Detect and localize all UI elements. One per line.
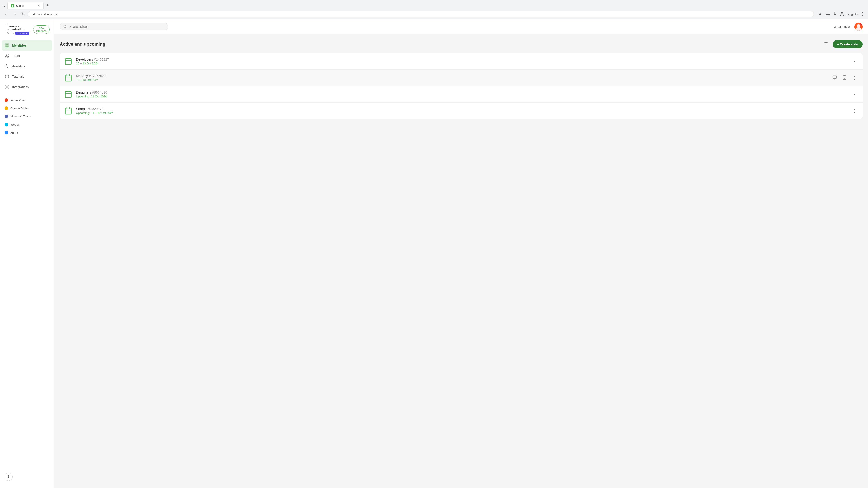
- svg-rect-36: [65, 108, 71, 114]
- desktop-view-button-moodoy[interactable]: [831, 74, 838, 82]
- sidebar-item-label-google-slides: Google Slides: [10, 107, 29, 110]
- reload-button[interactable]: ↻: [20, 11, 26, 18]
- event-actions-developers: ⋮: [851, 58, 858, 65]
- more-options-developers[interactable]: ⋮: [851, 58, 858, 65]
- new-tab-button[interactable]: +: [44, 2, 51, 9]
- svg-point-10: [64, 25, 66, 27]
- content-area: Active and upcoming + Create slido: [54, 34, 868, 488]
- event-item-moodoy[interactable]: Moodoy #37867021 10 – 13 Oct 2024: [60, 70, 863, 86]
- main-area: What's new Active and upcoming: [54, 19, 868, 488]
- event-info-developers: Developers #1480327 10 – 13 Oct 2024: [76, 57, 847, 65]
- org-role-label: Owner: [7, 32, 14, 35]
- org-info: Lauren's organization Owner UPGRADE: [7, 24, 29, 35]
- event-item-designers[interactable]: Designers #8664816 Upcoming: 11 Oct 2024…: [60, 86, 863, 103]
- event-name-moodoy: Moodoy: [76, 74, 88, 78]
- integrations-icon: [4, 85, 9, 90]
- filter-icon: [824, 41, 828, 46]
- my-slidos-icon: [4, 43, 9, 48]
- url-bar[interactable]: admin.sli.do/events: [28, 11, 814, 18]
- avatar-image: [855, 23, 863, 31]
- search-icon: [64, 25, 67, 29]
- microsoft-teams-icon: [4, 115, 8, 118]
- forward-button[interactable]: →: [11, 11, 18, 18]
- sidebar-item-zoom[interactable]: Zoom: [0, 129, 54, 137]
- sidebar-help: ?: [0, 469, 54, 484]
- help-button[interactable]: ?: [4, 473, 13, 481]
- event-date-sample: Upcoming: 11 – 12 Oct 2024: [76, 111, 847, 115]
- more-options-designers[interactable]: ⋮: [851, 91, 858, 98]
- active-tab[interactable]: S Slidos ✕: [7, 2, 43, 9]
- sidebar-item-google-slides[interactable]: Google Slides: [0, 104, 54, 112]
- new-interface-button[interactable]: New interface: [33, 25, 50, 34]
- sidebar-item-team[interactable]: Team: [0, 51, 54, 61]
- sidebar-nav: My slidos Team Analytics: [0, 38, 54, 469]
- bookmark-button[interactable]: ★: [817, 11, 823, 18]
- more-options-moodoy[interactable]: ⋮: [851, 74, 858, 81]
- calendar-icon-designers: [64, 90, 72, 98]
- sidebar-item-webex[interactable]: Webex: [0, 121, 54, 129]
- event-item-sample[interactable]: Sample #2329970 Upcoming: 11 – 12 Oct 20…: [60, 103, 863, 119]
- sidebar-item-label-integrations: Integrations: [12, 85, 29, 89]
- svg-point-7: [6, 54, 7, 55]
- incognito-badge: Incognito: [839, 11, 858, 17]
- extensions-button[interactable]: ▬: [825, 11, 831, 18]
- event-id-sample: #2329970: [88, 107, 103, 111]
- avatar[interactable]: [855, 23, 863, 31]
- svg-rect-6: [7, 46, 9, 47]
- event-name-developers: Developers: [76, 57, 93, 61]
- tab-title: Slidos: [16, 4, 24, 7]
- svg-rect-4: [7, 44, 9, 45]
- tab-close-button[interactable]: ✕: [37, 4, 40, 7]
- sidebar-item-label-team: Team: [12, 54, 20, 58]
- sidebar-item-powerpoint[interactable]: PowerPoint: [0, 96, 54, 104]
- filter-button[interactable]: [822, 40, 830, 48]
- event-actions-moodoy: ⋮: [831, 74, 858, 82]
- sidebar-item-integrations[interactable]: Integrations: [0, 82, 54, 92]
- sidebar-item-label-powerpoint: PowerPoint: [10, 98, 25, 102]
- more-options-sample[interactable]: ⋮: [851, 107, 858, 114]
- sidebar-item-label-my-slidos: My slidos: [12, 43, 27, 47]
- top-header: What's new: [54, 19, 868, 34]
- svg-point-14: [856, 27, 861, 31]
- sidebar: S Lauren's organization Owner UPGRADE Ne…: [0, 19, 54, 488]
- powerpoint-icon: [4, 98, 8, 102]
- svg-point-13: [857, 24, 860, 27]
- menu-button[interactable]: ⋮: [860, 11, 865, 18]
- tutorials-icon: [4, 74, 9, 79]
- svg-rect-3: [5, 44, 7, 45]
- create-slido-button[interactable]: + Create slido: [833, 40, 863, 48]
- sidebar-item-my-slidos[interactable]: My slidos: [2, 40, 52, 51]
- event-actions-sample: ⋮: [851, 107, 858, 114]
- download-button[interactable]: ⇓: [832, 11, 837, 18]
- url-text: admin.sli.do/events: [32, 12, 810, 16]
- sidebar-item-label-microsoft-teams: Microsoft Teams: [10, 115, 32, 118]
- svg-point-9: [6, 87, 8, 88]
- calendar-icon-developers: [64, 57, 72, 65]
- event-name-designers: Designers: [76, 90, 91, 94]
- mobile-view-button-moodoy[interactable]: [841, 74, 848, 82]
- sidebar-item-tutorials[interactable]: Tutorials: [0, 71, 54, 82]
- event-id-moodoy: #37867021: [89, 74, 106, 78]
- analytics-icon: [4, 64, 9, 69]
- search-bar[interactable]: [60, 23, 168, 31]
- svg-rect-32: [65, 92, 71, 98]
- sidebar-item-microsoft-teams[interactable]: Microsoft Teams: [0, 112, 54, 121]
- search-input[interactable]: [69, 25, 164, 29]
- event-date-moodoy: 10 – 13 Oct 2024: [76, 78, 827, 82]
- sidebar-item-label-analytics: Analytics: [12, 64, 25, 68]
- whats-new-link[interactable]: What's new: [834, 25, 850, 29]
- event-info-designers: Designers #8664816 Upcoming: 11 Oct 2024: [76, 90, 847, 98]
- svg-rect-23: [65, 75, 71, 81]
- event-info-sample: Sample #2329970 Upcoming: 11 – 12 Oct 20…: [76, 107, 847, 115]
- tab-dropdown-btn[interactable]: ⌄: [2, 3, 6, 8]
- content-header: Active and upcoming + Create slido: [60, 40, 863, 48]
- section-title: Active and upcoming: [60, 41, 105, 47]
- upgrade-badge[interactable]: UPGRADE: [16, 32, 29, 35]
- event-name-sample: Sample: [76, 107, 88, 111]
- event-item-developers[interactable]: Developers #1480327 10 – 13 Oct 2024 ⋮: [60, 53, 863, 70]
- svg-rect-5: [5, 46, 7, 47]
- svg-rect-19: [65, 59, 71, 65]
- back-button[interactable]: ←: [3, 11, 9, 18]
- app: S Lauren's organization Owner UPGRADE Ne…: [0, 19, 868, 488]
- sidebar-item-analytics[interactable]: Analytics: [0, 61, 54, 71]
